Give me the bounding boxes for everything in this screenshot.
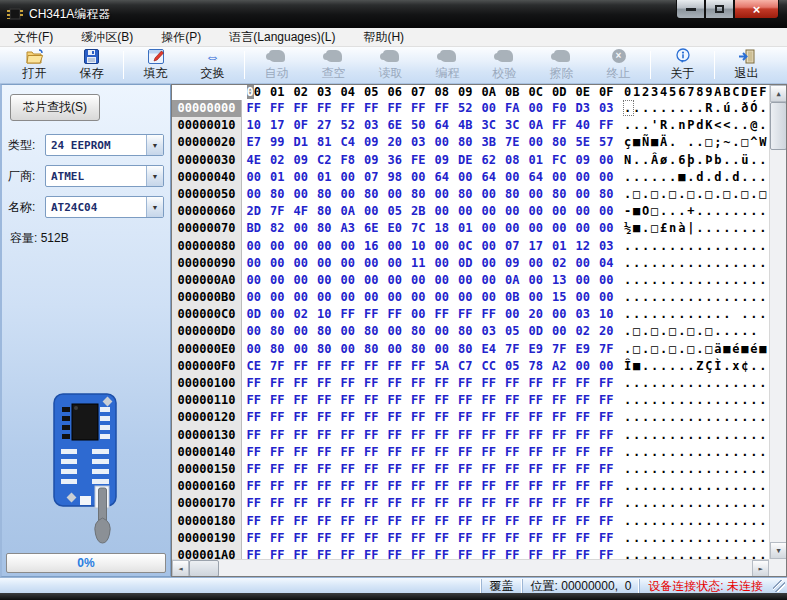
hex-byte-cell[interactable]: 3C bbox=[501, 117, 525, 134]
hex-byte-cell[interactable]: 03 bbox=[407, 134, 431, 151]
hex-byte-cell[interactable]: FF bbox=[430, 392, 454, 409]
ascii-cell[interactable]: N..Âø.6þ.Þb..ü.. bbox=[624, 152, 768, 169]
hex-byte-cell[interactable]: 00 bbox=[289, 238, 313, 255]
chip-search-button[interactable]: 芯片查找(S) bbox=[10, 94, 100, 121]
hex-byte-cell[interactable]: 00 bbox=[289, 272, 313, 289]
hex-byte-cell[interactable]: FF bbox=[289, 461, 313, 478]
close-button[interactable]: × bbox=[734, 0, 779, 19]
hex-byte-cell[interactable]: FF bbox=[360, 427, 384, 444]
hex-byte-cell[interactable]: 00 bbox=[360, 255, 384, 272]
hex-byte-cell[interactable]: D3 bbox=[571, 100, 595, 117]
hex-byte-cell[interactable]: FF bbox=[407, 461, 431, 478]
hex-byte-cell[interactable]: 00 bbox=[383, 186, 407, 203]
hex-byte-cell[interactable]: 99 bbox=[266, 134, 290, 151]
hex-byte-cell[interactable]: FF bbox=[289, 409, 313, 426]
hex-byte-cell[interactable]: 00 bbox=[477, 272, 501, 289]
hex-byte-cell[interactable]: 00 bbox=[289, 289, 313, 306]
hex-byte-cell[interactable]: A2 bbox=[548, 358, 572, 375]
hex-byte-cell[interactable]: 01 bbox=[524, 152, 548, 169]
hex-byte-cell[interactable]: F8 bbox=[336, 152, 360, 169]
hex-byte-cell[interactable]: FF bbox=[242, 100, 266, 117]
hex-byte-cell[interactable]: FF bbox=[266, 409, 290, 426]
hex-byte-cell[interactable]: 80 bbox=[407, 186, 431, 203]
hex-byte-cell[interactable]: FF bbox=[336, 427, 360, 444]
hex-byte-cell[interactable]: FF bbox=[430, 513, 454, 530]
ascii-cell[interactable]: ................ bbox=[624, 495, 768, 512]
hex-byte-cell[interactable]: 0C bbox=[454, 238, 478, 255]
ascii-cell[interactable]: ................ bbox=[624, 375, 768, 392]
hex-byte-cell[interactable]: 00 bbox=[336, 289, 360, 306]
ascii-cell[interactable]: ......■.d.d.d... bbox=[624, 169, 768, 186]
hex-byte-cell[interactable]: FF bbox=[548, 461, 572, 478]
hex-byte-cell[interactable]: FF bbox=[383, 427, 407, 444]
hex-byte-cell[interactable]: FC bbox=[548, 152, 572, 169]
hex-byte-cell[interactable]: FF bbox=[548, 375, 572, 392]
hex-byte-cell[interactable]: FF bbox=[289, 427, 313, 444]
hex-byte-cell[interactable]: 00 bbox=[242, 186, 266, 203]
hex-byte-cell[interactable]: FF bbox=[595, 478, 619, 495]
hex-byte-cell[interactable]: A3 bbox=[336, 220, 360, 237]
horizontal-scroll-thumb[interactable] bbox=[189, 560, 219, 577]
erase-button[interactable]: 擦除 bbox=[533, 48, 590, 82]
hex-byte-cell[interactable]: 00 bbox=[524, 100, 548, 117]
hex-byte-cell[interactable]: FF bbox=[407, 495, 431, 512]
hex-byte-cell[interactable]: 00 bbox=[289, 341, 313, 358]
ascii-cell[interactable]: ................ bbox=[624, 255, 768, 272]
hex-byte-cell[interactable]: 00 bbox=[430, 186, 454, 203]
hex-byte-cell[interactable]: 7F bbox=[548, 341, 572, 358]
hex-byte-cell[interactable]: FF bbox=[548, 495, 572, 512]
hex-byte-cell[interactable]: FF bbox=[524, 461, 548, 478]
hex-byte-cell[interactable]: FF bbox=[595, 427, 619, 444]
ascii-cell[interactable]: ................ bbox=[624, 478, 768, 495]
hex-byte-cell[interactable]: 20 bbox=[524, 306, 548, 323]
hex-byte-cell[interactable]: FF bbox=[313, 358, 337, 375]
hex-byte-cell[interactable]: 80 bbox=[454, 341, 478, 358]
hex-byte-cell[interactable]: 15 bbox=[548, 289, 572, 306]
hex-byte-cell[interactable]: 00 bbox=[430, 341, 454, 358]
hex-byte-cell[interactable]: FF bbox=[242, 444, 266, 461]
hex-byte-cell[interactable]: 80 bbox=[266, 323, 290, 340]
ascii-cell[interactable]: ...'R.nPdK<<..@. bbox=[624, 117, 768, 134]
hex-byte-cell[interactable]: 52 bbox=[336, 117, 360, 134]
hex-byte-cell[interactable]: 01 bbox=[313, 169, 337, 186]
hex-byte-cell[interactable]: FF bbox=[289, 530, 313, 547]
hex-byte-cell[interactable]: 00 bbox=[430, 203, 454, 220]
vertical-scroll-thumb[interactable] bbox=[770, 102, 787, 150]
ascii-cell[interactable]: -■O□...+........ bbox=[624, 203, 768, 220]
hex-byte-cell[interactable]: 00 bbox=[242, 289, 266, 306]
hex-byte-cell[interactable]: FF bbox=[571, 392, 595, 409]
hex-byte-cell[interactable]: 64 bbox=[477, 169, 501, 186]
hex-byte-cell[interactable]: FF bbox=[501, 409, 525, 426]
hex-byte-cell[interactable]: 00 bbox=[383, 289, 407, 306]
hex-byte-cell[interactable]: FF bbox=[454, 461, 478, 478]
hex-byte-cell[interactable]: 80 bbox=[313, 186, 337, 203]
hex-byte-cell[interactable]: E0 bbox=[383, 220, 407, 237]
hex-byte-cell[interactable]: E9 bbox=[524, 341, 548, 358]
hex-byte-cell[interactable]: 00 bbox=[242, 323, 266, 340]
hex-byte-cell[interactable]: 00 bbox=[430, 289, 454, 306]
hex-byte-cell[interactable]: FF bbox=[313, 392, 337, 409]
hex-byte-cell[interactable]: D1 bbox=[289, 134, 313, 151]
hex-byte-cell[interactable]: 04 bbox=[595, 255, 619, 272]
hex-byte-cell[interactable]: 00 bbox=[336, 255, 360, 272]
hex-byte-cell[interactable]: FF bbox=[383, 409, 407, 426]
hex-byte-cell[interactable]: FF bbox=[477, 427, 501, 444]
hex-byte-cell[interactable]: 0A bbox=[336, 203, 360, 220]
hex-byte-cell[interactable]: FF bbox=[360, 375, 384, 392]
hex-byte-cell[interactable]: FF bbox=[313, 495, 337, 512]
hex-byte-cell[interactable]: 10 bbox=[313, 306, 337, 323]
save-button[interactable]: 保存 bbox=[63, 48, 120, 82]
hex-byte-cell[interactable]: FF bbox=[313, 375, 337, 392]
hex-byte-cell[interactable]: 00 bbox=[524, 134, 548, 151]
hex-byte-cell[interactable]: 7F bbox=[266, 203, 290, 220]
hex-byte-cell[interactable]: 03 bbox=[595, 100, 619, 117]
stop-button[interactable]: × 终止 bbox=[590, 48, 647, 82]
hex-byte-cell[interactable]: FF bbox=[571, 461, 595, 478]
ascii-cell[interactable]: .........R.ú.ðÓ. bbox=[624, 100, 768, 117]
hex-byte-cell[interactable]: FF bbox=[595, 513, 619, 530]
hex-byte-cell[interactable]: FF bbox=[548, 513, 572, 530]
hex-byte-cell[interactable]: FF bbox=[360, 478, 384, 495]
hex-byte-cell[interactable]: FF bbox=[289, 478, 313, 495]
chevron-down-icon[interactable]: ▼ bbox=[146, 166, 163, 186]
hex-byte-cell[interactable]: 05 bbox=[501, 323, 525, 340]
